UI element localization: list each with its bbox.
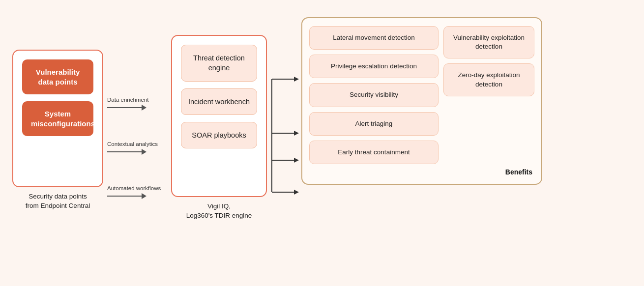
svg-marker-6 <box>294 158 299 163</box>
vulnerability-data-points-btn: Vulnerability data points <box>22 59 93 94</box>
zero-day-exploitation-detection-btn: Zero-day exploitation detection <box>443 63 534 96</box>
vulnerability-exploitation-detection-btn: Vulnerability exploitation detection <box>443 26 534 58</box>
arrowhead-1 <box>142 105 146 111</box>
arrow-row-3: Automated workflows <box>107 185 161 199</box>
arrow-row-2: Contextual analytics <box>107 141 158 155</box>
svg-marker-4 <box>294 131 299 136</box>
diagram: Vulnerability data points System misconf… <box>12 10 632 276</box>
threat-detection-engine-btn: Threat detection engine <box>181 45 257 82</box>
system-misconfigurations-btn: System misconfigurations <box>22 101 93 136</box>
security-visibility-btn: Security visibility <box>309 83 439 107</box>
line-2 <box>107 151 142 152</box>
arrow-line-1 <box>107 105 146 111</box>
benefits-outer-box: Lateral movement detection Privilege esc… <box>301 17 542 185</box>
benefits-inner: Lateral movement detection Privilege esc… <box>309 26 534 164</box>
left-box: Vulnerability data points System misconf… <box>12 50 103 187</box>
arrow-label-3: Automated workflows <box>107 185 161 191</box>
soar-playbooks-btn: SOAR playbooks <box>181 122 257 148</box>
left-label: Security data points from Endpoint Centr… <box>16 192 100 211</box>
center-label: Vigil IQ, Log360's TDIR engine <box>175 202 263 221</box>
incident-workbench-btn: Incident workbench <box>181 88 257 115</box>
line-1 <box>107 107 142 108</box>
arrows-section: Data enrichment Contextual analytics Aut… <box>107 77 171 214</box>
line-3 <box>107 196 142 197</box>
lateral-movement-detection-btn: Lateral movement detection <box>309 26 439 50</box>
center-box: Threat detection engine Incident workben… <box>171 35 267 197</box>
early-threat-containment-btn: Early threat containment <box>309 141 439 164</box>
arrowhead-3 <box>142 193 146 199</box>
benefits-left-col: Lateral movement detection Privilege esc… <box>309 26 439 164</box>
arrow-line-3 <box>107 193 146 199</box>
arrowhead-2 <box>142 149 146 155</box>
arrow-label-2: Contextual analytics <box>107 141 158 147</box>
arrow-label-1: Data enrichment <box>107 97 148 103</box>
privilege-escalation-detection-btn: Privilege escalation detection <box>309 55 439 78</box>
benefits-label: Benefits <box>309 168 534 176</box>
svg-connectors <box>267 47 301 224</box>
svg-marker-2 <box>294 77 299 82</box>
arrow-line-2 <box>107 149 146 155</box>
benefits-right-col: Vulnerability exploitation detection Zer… <box>443 26 534 164</box>
svg-marker-8 <box>294 190 299 195</box>
alert-triaging-btn: Alert triaging <box>309 112 439 136</box>
arrow-row-1: Data enrichment <box>107 97 148 111</box>
